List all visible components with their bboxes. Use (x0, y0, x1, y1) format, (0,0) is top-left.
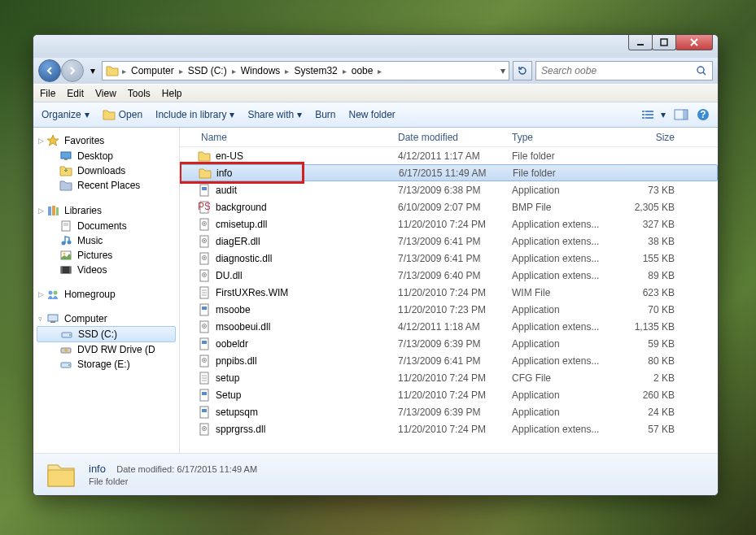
column-name[interactable]: Name (180, 132, 391, 143)
chevron-down-icon: ▾ (661, 109, 666, 120)
sidebar-item-recent[interactable]: Recent Places (33, 178, 179, 193)
sidebar-favorites[interactable]: ▷Favorites (33, 133, 179, 149)
folder-icon (198, 150, 211, 163)
sidebar-item-music[interactable]: Music (33, 233, 179, 248)
maximize-button[interactable] (652, 34, 676, 50)
drive-icon (60, 328, 73, 340)
refresh-button[interactable] (513, 61, 532, 80)
table-row[interactable]: oobeldr7/13/2009 6:39 PMApplication59 KB (180, 335, 718, 352)
svg-rect-42 (202, 187, 207, 190)
column-date[interactable]: Date modified (391, 132, 505, 143)
burn-button[interactable]: Burn (315, 109, 335, 120)
file-date: 7/13/2009 6:39 PM (391, 338, 505, 350)
sidebar-item-label: Favorites (64, 135, 104, 146)
close-button[interactable] (675, 34, 713, 50)
sidebar-homegroup[interactable]: ▷Homegroup (33, 287, 179, 302)
menu-view[interactable]: View (95, 88, 116, 99)
minimize-button[interactable] (628, 34, 653, 50)
table-row[interactable]: spprgrss.dll11/20/2010 7:24 PMApplicatio… (180, 420, 718, 437)
column-size[interactable]: Size (616, 132, 681, 143)
menu-tools[interactable]: Tools (128, 88, 151, 99)
file-name: info (216, 167, 232, 179)
desktop-icon (59, 150, 72, 162)
sidebar-item-desktop[interactable]: Desktop (33, 149, 179, 163)
table-row[interactable]: pnpibs.dll7/13/2009 6:41 PMApplication e… (180, 352, 718, 369)
table-row[interactable]: setup11/20/2010 7:24 PMCFG File2 KB (180, 369, 718, 386)
svg-point-50 (203, 240, 205, 241)
sidebar-item-videos[interactable]: Videos (33, 263, 179, 277)
table-row[interactable]: info6/17/2015 11:49 AMFile folder (180, 164, 718, 181)
dll-icon (198, 252, 211, 265)
sidebar-computer[interactable]: ▿Computer (33, 311, 179, 326)
breadcrumb[interactable]: SSD (C:) (186, 65, 229, 76)
svg-rect-78 (202, 409, 207, 412)
sidebar-item-drive-e[interactable]: Storage (E:) (33, 357, 179, 372)
include-library-button[interactable]: Include in library ▾ (155, 109, 234, 120)
organize-button[interactable]: Organize ▾ (42, 109, 90, 120)
preview-pane-button[interactable] (674, 109, 688, 120)
table-row[interactable]: Setup11/20/2010 7:24 PMApplication260 KB (180, 386, 718, 403)
table-row[interactable]: DU.dll7/13/2009 6:40 PMApplication exten… (180, 267, 718, 284)
svg-point-81 (203, 428, 205, 429)
table-row[interactable]: audit7/13/2009 6:38 PMApplication73 KB (180, 181, 718, 198)
table-row[interactable]: setupsqm7/13/2009 6:39 PMApplication24 K… (180, 403, 718, 420)
back-button[interactable] (38, 59, 61, 82)
table-row[interactable]: en-US4/12/2011 1:17 AMFile folder (180, 147, 718, 164)
table-row[interactable]: msoobe11/20/2010 7:23 PMApplication70 KB (180, 301, 718, 318)
table-row[interactable]: diagnostic.dll7/13/2009 6:41 PMApplicati… (180, 250, 718, 267)
sidebar-item-drive-c[interactable]: SSD (C:) (37, 326, 176, 342)
table-row[interactable]: cmisetup.dll11/20/2010 7:24 PMApplicatio… (180, 215, 718, 233)
table-row[interactable]: PSbackground6/10/2009 2:07 PMBMP File2,3… (180, 198, 718, 215)
sidebar-item-downloads[interactable]: Downloads (33, 163, 179, 178)
menu-edit[interactable]: Edit (67, 88, 84, 99)
history-dropdown-icon[interactable]: ▾ (87, 62, 98, 80)
chevron-right-icon[interactable]: ▸ (120, 67, 128, 76)
search-box[interactable] (535, 61, 713, 80)
music-icon (59, 235, 72, 246)
file-list-pane: Name Date modified Type Size en-US4/12/2… (180, 128, 718, 453)
folder-icon (106, 64, 119, 77)
table-row[interactable]: diagER.dll7/13/2009 6:41 PMApplication e… (180, 233, 718, 250)
file-size: 89 KB (616, 270, 681, 281)
share-button[interactable]: Share with ▾ (247, 109, 302, 120)
svg-rect-16 (61, 152, 71, 159)
column-type[interactable]: Type (505, 132, 616, 143)
file-list[interactable]: en-US4/12/2011 1:17 AMFile folderinfo6/1… (180, 147, 718, 453)
svg-point-47 (203, 223, 205, 224)
addressbar[interactable]: ▸ Computer ▸ SSD (C:) ▸ Windows ▸ System… (102, 61, 509, 80)
search-input[interactable] (541, 65, 696, 76)
help-button[interactable]: ? (697, 108, 710, 121)
file-type: CFG File (505, 372, 616, 384)
svg-rect-67 (202, 341, 207, 344)
svg-rect-9 (645, 114, 653, 115)
sidebar-item-drive-d[interactable]: DVD RW Drive (D (33, 342, 179, 357)
breadcrumb[interactable]: Windows (239, 65, 282, 76)
new-folder-button[interactable]: New folder (349, 109, 395, 120)
chevron-right-icon[interactable]: ▸ (376, 67, 383, 76)
svg-rect-34 (50, 321, 55, 323)
open-button[interactable]: Open (103, 108, 142, 121)
menu-file[interactable]: File (40, 88, 55, 99)
file-type: Application (505, 304, 616, 315)
sidebar-item-pictures[interactable]: Pictures (33, 248, 179, 263)
file-name: oobeldr (216, 338, 248, 350)
sidebar-item-label: Videos (77, 264, 107, 276)
view-options-button[interactable]: ▾ (641, 109, 666, 120)
sidebar-item-documents[interactable]: Documents (33, 219, 179, 233)
chevron-right-icon[interactable]: ▸ (177, 67, 185, 76)
breadcrumb[interactable]: Computer (129, 65, 176, 76)
forward-button[interactable] (61, 59, 84, 82)
file-name: setup (216, 372, 239, 384)
chevron-right-icon[interactable]: ▸ (341, 67, 348, 76)
table-row[interactable]: msoobeui.dll4/12/2011 1:18 AMApplication… (180, 318, 718, 335)
table-row[interactable]: FirstUXRes.WIM11/20/2010 7:24 PMWIM File… (180, 284, 718, 301)
file-type: Application extens... (505, 321, 616, 333)
svg-rect-11 (645, 117, 653, 119)
chevron-right-icon[interactable]: ▸ (283, 67, 291, 76)
menu-help[interactable]: Help (162, 88, 182, 99)
breadcrumb[interactable]: oobe (350, 65, 375, 76)
chevron-down-icon[interactable]: ▾ (500, 65, 505, 76)
sidebar-libraries[interactable]: ▷Libraries (33, 202, 179, 219)
chevron-right-icon[interactable]: ▸ (230, 67, 238, 76)
breadcrumb[interactable]: System32 (292, 65, 339, 76)
